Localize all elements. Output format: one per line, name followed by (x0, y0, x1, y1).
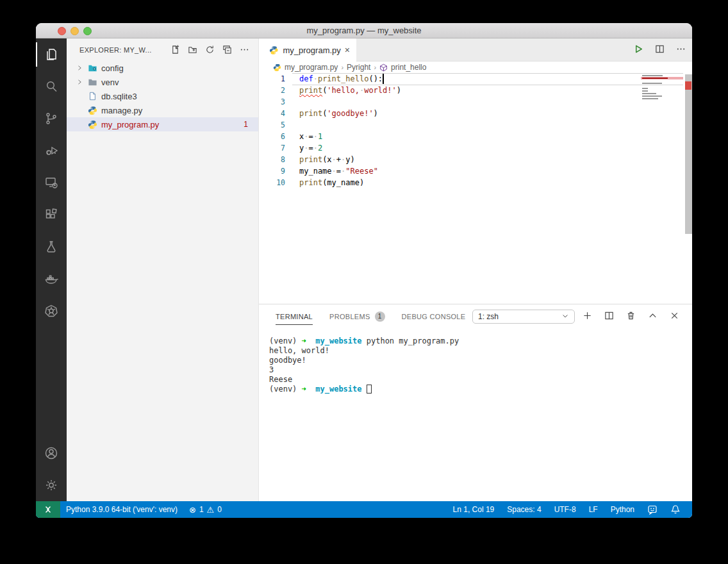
chevron-right-icon[interactable] (74, 79, 85, 85)
code-line-7[interactable]: 7y·=·2 (259, 142, 692, 154)
code-line-4[interactable]: 4print('goodbye!') (259, 108, 692, 119)
language-mode-status[interactable]: Python (604, 505, 641, 514)
code-text: print('goodbye!') (299, 108, 378, 119)
title-bar[interactable]: my_program.py — my_website (36, 23, 692, 38)
tab-my-program[interactable]: my_program.py × (259, 38, 356, 62)
tab-terminal[interactable]: TERMINAL (276, 304, 313, 329)
notifications-bell-icon[interactable] (664, 504, 687, 515)
terminal-line: hello, world! (269, 346, 686, 356)
indentation-status[interactable]: Spaces: 4 (500, 505, 547, 514)
search-icon[interactable] (36, 70, 67, 103)
folder-config-icon (87, 63, 97, 73)
line-number: 1 (259, 73, 285, 85)
kubernetes-icon[interactable] (36, 295, 67, 327)
tree-item-manage-py[interactable]: manage.py (67, 103, 258, 117)
new-folder-icon[interactable] (188, 45, 197, 54)
editor-scrollbar[interactable] (684, 73, 692, 304)
close-panel-icon[interactable] (670, 311, 679, 323)
python-icon (87, 119, 97, 129)
code-line-5[interactable]: 5 (259, 119, 692, 131)
run-python-file-icon[interactable] (634, 44, 643, 56)
scrollbar-thumb[interactable] (685, 74, 692, 234)
cursor-position-status[interactable]: Ln 1, Col 19 (447, 505, 501, 514)
tree-item-my-program-py[interactable]: my_program.py1 (67, 117, 258, 131)
breadcrumb: my_program.py › Pyright › print_hello (259, 62, 692, 73)
problems-count-badge: 1 (375, 311, 385, 322)
python-file-icon (273, 63, 281, 72)
python-icon (87, 105, 97, 115)
status-bar: Python 3.9.0 64-bit ('venv': venv) ⊗ 1 ⚠… (36, 501, 692, 518)
run-and-debug-icon[interactable] (36, 135, 67, 167)
breadcrumb-file[interactable]: my_program.py (285, 63, 338, 72)
editor-area: my_program.py × (259, 38, 692, 501)
text-cursor (383, 74, 384, 84)
code-text: print(x·+·y) (299, 154, 355, 165)
tab-debug-console[interactable]: DEBUG CONSOLE (402, 304, 466, 329)
accounts-icon[interactable] (36, 437, 67, 469)
tree-item-label: config (101, 63, 258, 73)
kill-terminal-trash-icon[interactable] (626, 311, 636, 323)
code-line-1[interactable]: 1def·print_hello(): (259, 73, 692, 85)
split-terminal-icon[interactable] (604, 311, 614, 323)
explorer-icon[interactable] (36, 38, 67, 70)
tree-item-config[interactable]: config (67, 61, 258, 75)
refresh-explorer-icon[interactable] (205, 45, 215, 54)
explorer-more-actions-icon[interactable] (240, 45, 249, 54)
python-interpreter-status[interactable]: Python 3.9.0 64-bit ('venv': venv) (60, 505, 183, 514)
editor-tab-bar: my_program.py × (259, 38, 692, 62)
tree-item-label: my_program.py (101, 120, 244, 129)
new-terminal-icon[interactable] (583, 311, 592, 323)
problems-status[interactable]: ⊗ 1 ⚠ 0 (183, 505, 228, 515)
testing-icon[interactable] (36, 231, 67, 263)
code-line-2[interactable]: 2print('hello,·world!') (259, 85, 692, 96)
code-line-8[interactable]: 8print(x·+·y) (259, 154, 692, 165)
errors-icon: ⊗ (189, 505, 196, 515)
overview-ruler-error-marker (685, 81, 691, 90)
tab-label: my_program.py (283, 46, 341, 55)
tab-close-icon[interactable]: × (345, 45, 350, 55)
window-title: my_program.py — my_website (36, 23, 692, 38)
tab-problems[interactable]: PROBLEMS 1 (329, 304, 385, 329)
terminal-shell-select[interactable]: 1: zsh (472, 310, 575, 324)
chevron-right-icon[interactable] (74, 65, 85, 71)
collapse-folders-icon[interactable] (222, 45, 232, 54)
tree-item-label: venv (101, 78, 258, 87)
docker-icon[interactable] (36, 263, 67, 295)
code-line-9[interactable]: 9my_name·=·"Reese" (259, 165, 692, 177)
code-text: y·=·2 (299, 142, 322, 154)
remote-window-indicator[interactable] (36, 501, 60, 518)
feedback-icon[interactable] (641, 504, 664, 515)
tree-item-db-sqlite3[interactable]: db.sqlite3 (67, 89, 258, 103)
breadcrumb-separator: › (374, 63, 376, 71)
breadcrumb-module[interactable]: Pyright (347, 63, 370, 72)
editor-more-actions-icon[interactable] (676, 44, 686, 56)
split-editor-icon[interactable] (655, 44, 665, 56)
line-number: 9 (259, 165, 285, 177)
minimap[interactable] (641, 74, 683, 100)
terminal-output[interactable]: (venv) ➜ my_website python my_program.py… (269, 336, 686, 501)
terminal-cursor (367, 385, 372, 394)
file-tree: configvenvdb.sqlite3manage.pymy_program.… (67, 61, 258, 131)
settings-gear-icon[interactable] (36, 469, 67, 501)
tree-item-label: manage.py (101, 106, 258, 115)
error-count: 1 (199, 505, 204, 514)
maximize-panel-icon[interactable] (648, 311, 658, 323)
eol-status[interactable]: LF (583, 505, 604, 514)
code-line-10[interactable]: 10print(my_name) (259, 177, 692, 188)
warnings-icon: ⚠ (207, 505, 215, 515)
chevron-down-icon (561, 312, 569, 322)
code-line-6[interactable]: 6x·=·1 (259, 131, 692, 142)
code-line-3[interactable]: 3 (259, 96, 692, 108)
extensions-icon[interactable] (36, 199, 67, 231)
code-editor[interactable]: 1def·print_hello():2print('hello,·world!… (259, 73, 692, 304)
breadcrumb-symbol[interactable]: print_hello (391, 63, 426, 72)
encoding-status[interactable]: UTF-8 (548, 505, 583, 514)
remote-explorer-icon[interactable] (36, 167, 67, 199)
namespace-cube-icon (379, 63, 388, 72)
new-file-icon[interactable] (170, 45, 180, 54)
code-text: print(my_name) (299, 177, 364, 188)
tree-item-venv[interactable]: venv (67, 75, 258, 89)
vscode-window: my_program.py — my_website (36, 23, 692, 518)
source-control-icon[interactable] (36, 103, 67, 135)
python-file-icon (269, 46, 279, 55)
